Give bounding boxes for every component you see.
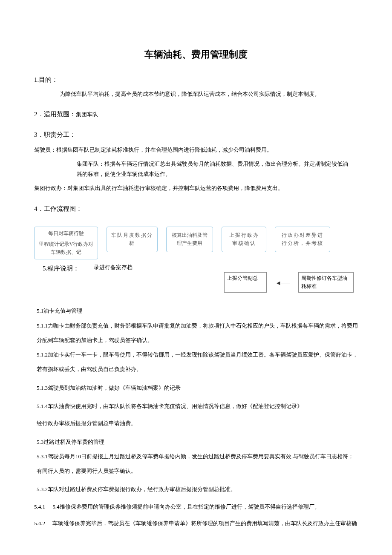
section-2-label: 2．适用范围： — [34, 111, 76, 118]
flow-box-4: 上报行政办审核确认 — [222, 227, 266, 252]
section-3-p2: 集团车队：根据各车辆运行情况汇总出具驾驶员每月的油耗数据、费用情况，做出合理分析… — [34, 159, 358, 179]
arrow-icon: ◄── — [275, 272, 290, 293]
flow-box-7: 周期性修订各车型油耗标准 — [298, 272, 354, 293]
heading-5-1: 5.1油卡充值与管理 — [37, 307, 358, 316]
para-5-3-2: 5.3.2车队对过路过桥费及停车费提报行政办，经行政办审核后提报分管副总批准。 — [37, 482, 358, 497]
heading-5-3: 5.3过路过桥及停车费的管理 — [37, 435, 358, 449]
section-2-value: 集团车队 — [76, 111, 98, 118]
para-5-1-3: 5.1.3驾驶员到加油站加油时，做好《车辆加油档案》的记录 — [37, 381, 358, 395]
page-title: 车辆油耗、费用管理制度 — [34, 47, 358, 62]
section-3-p1: 驾驶员：根据集团车队已制定油耗标准执行，并在合理范围内进行降低油耗，减少公司油料… — [34, 145, 358, 155]
section-4-head: 4．工作流程图： — [34, 204, 358, 214]
flow-box-5: 行政办对差异进行分析，并考核 — [275, 227, 330, 252]
section-5-head: 5.程序说明： — [43, 263, 79, 273]
para-5-1-2: 5.1.2加油卡实行一车一卡，限车号使用，不得转借挪用，一经发现扣除该驾驶员当月… — [37, 348, 358, 377]
flow-box-3: 核算出油料及管理产生费用 — [166, 227, 213, 252]
para-5-1-x: 经行政办审核后提报分管副总申请油费。 — [37, 416, 358, 431]
flow-box-1-line1: 每日对车辆行驶 — [38, 230, 94, 238]
para-5-1-4: 5.1.4车队油费快使用完时，由车队队长将各车辆油卡充值情况、用油情况等信息，做… — [37, 399, 358, 414]
section-1-body: 为降低车队平均油耗，提高全员的成本节约意识，降低车队运营成本，结合本公司实际情况… — [34, 90, 358, 99]
section-3-p3: 集团行政办：对集团车队出具的行车油耗进行审核确定，并控制车队运营的各项费用，降低… — [34, 183, 358, 193]
para-5-1-1: 5.1.1力咖卡由财务部负责充值，财务部根据车队申请批复的加油费，将款项打入中石… — [37, 319, 358, 348]
flow-box-2: 车队月度数据分析 — [107, 227, 158, 252]
flow-mid-text: 录进行备案存档 — [94, 263, 133, 272]
para-5-4-2: 车辆维修保养完毕后，驾驶员在《车辆维修保养申请单》将所修理的项目产生的费用填写清… — [52, 520, 357, 526]
section-2-head: 2．适用范围：集团车队 — [34, 109, 358, 119]
num-5-4-2: 5.4.2 — [34, 518, 51, 530]
flow-box-1-line2: 里程统计记录V行政办对车辆数据、记 — [38, 240, 94, 256]
para-5-3-1: 5.3.1驾驶员每月10日前提报上月过路过桥及停车费单据给内勤，发生的过路过桥费… — [37, 449, 358, 478]
flowchart: 每日对车辆行驶 里程统计记录V行政办对车辆数据、记 车队月度数据分析 核算出油料… — [34, 227, 358, 299]
row-5-4-1: 5.4.1 5.4维修保养费用的管理保养维修须提前申请向办公室，且在指定的维修厂… — [34, 501, 358, 513]
row-5-4-2: 5.4.2 车辆维修保养完毕后，驾驶员在《车辆维修保养申请单》将所修理的项目产生… — [34, 518, 358, 530]
section-3-head: 3．职责分工： — [34, 129, 358, 140]
num-5-4-1: 5.4.1 — [34, 501, 51, 513]
flow-box-6: 上报分管副总 — [224, 272, 267, 293]
para-5-4-1: 5.4维修保养费用的管理保养维修须提前申请向办公室，且在指定的维修厂进行，驾驶员… — [52, 503, 320, 510]
section-1-head: 1.目的： — [34, 75, 358, 85]
flow-box-1: 每日对车辆行驶 里程统计记录V行政办对车辆数据、记 — [34, 227, 98, 260]
